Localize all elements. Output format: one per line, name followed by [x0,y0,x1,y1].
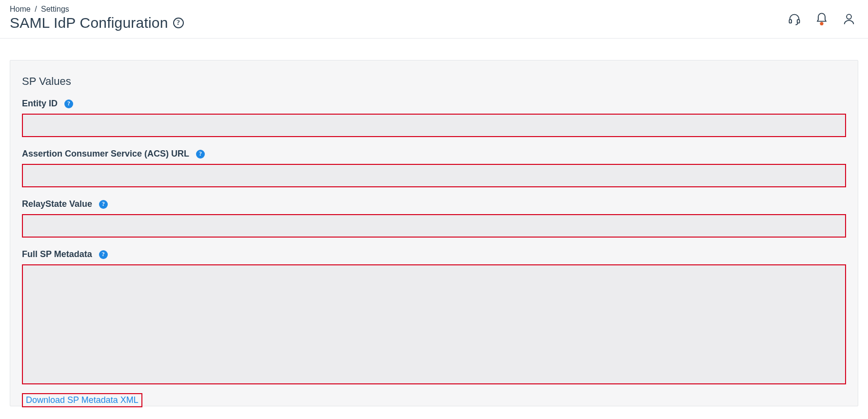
entity-id-label: Entity ID [22,99,58,109]
section-title: SP Values [22,75,846,88]
field-acs-url: Assertion Consumer Service (ACS) URL ? [22,149,846,187]
entity-id-input[interactable] [22,114,846,137]
field-relaystate: RelayState Value ? [22,199,846,238]
notification-dot [820,22,824,25]
download-sp-metadata-link[interactable]: Download SP Metadata XML [22,393,142,407]
header-right [787,5,856,26]
headset-icon[interactable] [787,12,802,26]
relaystate-label: RelayState Value [22,199,92,209]
info-icon[interactable]: ? [99,200,108,209]
info-icon[interactable]: ? [64,100,73,108]
info-icon[interactable]: ? [99,250,108,259]
sp-values-panel: SP Values Entity ID ? Assertion Consumer… [10,60,858,406]
bell-icon[interactable] [814,12,829,26]
svg-rect-0 [789,20,792,23]
breadcrumb-sep: / [35,5,37,13]
breadcrumb-settings[interactable]: Settings [41,5,69,13]
breadcrumb: Home / Settings [10,5,184,14]
field-entity-id: Entity ID ? [22,99,846,137]
field-full-metadata: Full SP Metadata ? Download SP Metadata … [22,249,846,407]
svg-point-2 [847,14,851,19]
content-wrap: SP Values Entity ID ? Assertion Consumer… [0,60,868,419]
header-left: Home / Settings SAML IdP Configuration ? [10,5,184,31]
help-icon[interactable]: ? [173,18,184,28]
svg-rect-1 [797,20,800,23]
full-metadata-label: Full SP Metadata [22,249,92,259]
acs-url-label: Assertion Consumer Service (ACS) URL [22,149,189,159]
page-title: SAML IdP Configuration [10,15,168,31]
full-metadata-textarea[interactable] [22,264,846,384]
breadcrumb-home[interactable]: Home [10,5,31,13]
user-icon[interactable] [842,12,856,26]
info-icon[interactable]: ? [196,150,205,159]
relaystate-input[interactable] [22,214,846,238]
page-header: Home / Settings SAML IdP Configuration ? [0,0,868,39]
page-title-row: SAML IdP Configuration ? [10,15,184,31]
acs-url-input[interactable] [22,164,846,187]
